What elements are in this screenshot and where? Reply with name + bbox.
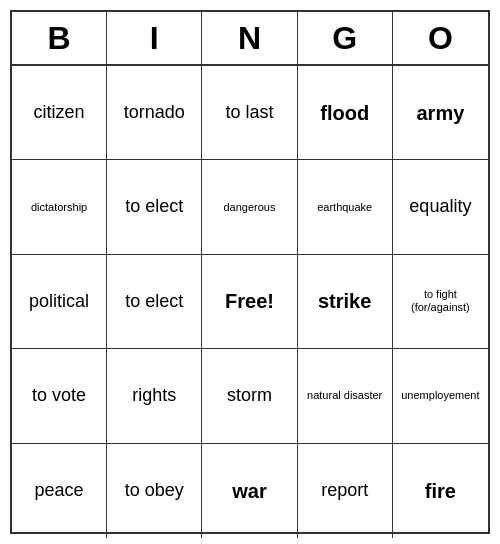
bingo-cell: to elect xyxy=(107,255,202,349)
bingo-header: BINGO xyxy=(12,12,488,66)
bingo-cell: peace xyxy=(12,444,107,538)
bingo-cell: equality xyxy=(393,160,488,254)
bingo-cell: citizen xyxy=(12,66,107,160)
bingo-cell: dictatorship xyxy=(12,160,107,254)
bingo-cell: to last xyxy=(202,66,297,160)
bingo-cell: political xyxy=(12,255,107,349)
header-letter: G xyxy=(298,12,393,64)
header-letter: O xyxy=(393,12,488,64)
bingo-cell: report xyxy=(298,444,393,538)
bingo-cell: to elect xyxy=(107,160,202,254)
bingo-cell: storm xyxy=(202,349,297,443)
bingo-cell: fire xyxy=(393,444,488,538)
bingo-card: BINGO citizentornadoto lastfloodarmydict… xyxy=(10,10,490,534)
bingo-cell: natural disaster xyxy=(298,349,393,443)
bingo-cell: army xyxy=(393,66,488,160)
bingo-cell: tornado xyxy=(107,66,202,160)
bingo-cell: dangerous xyxy=(202,160,297,254)
bingo-cell: to vote xyxy=(12,349,107,443)
bingo-cell: war xyxy=(202,444,297,538)
bingo-cell: flood xyxy=(298,66,393,160)
bingo-grid: citizentornadoto lastfloodarmydictatorsh… xyxy=(12,66,488,538)
bingo-cell: strike xyxy=(298,255,393,349)
bingo-cell: rights xyxy=(107,349,202,443)
header-letter: N xyxy=(202,12,297,64)
bingo-cell: to fight (for/against) xyxy=(393,255,488,349)
header-letter: B xyxy=(12,12,107,64)
bingo-cell: to obey xyxy=(107,444,202,538)
header-letter: I xyxy=(107,12,202,64)
bingo-cell: unemployement xyxy=(393,349,488,443)
bingo-cell: Free! xyxy=(202,255,297,349)
bingo-cell: earthquake xyxy=(298,160,393,254)
